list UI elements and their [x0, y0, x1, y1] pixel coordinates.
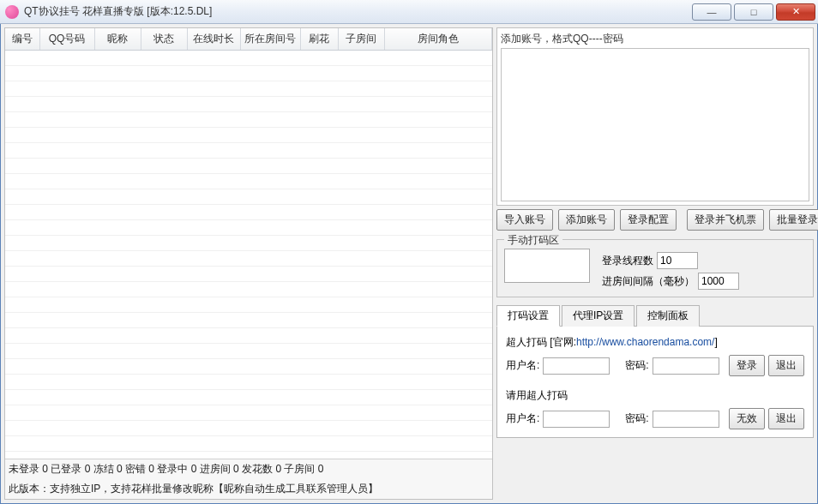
version-note: 此版本：支持独立IP，支持花样批量修改昵称【昵称自动生成工具联系管理人员】	[5, 479, 492, 499]
tab-body: 超人打码 [官网:http://www.chaorendama.com/] 用户…	[496, 327, 814, 438]
table-row[interactable]	[5, 159, 492, 174]
table-row[interactable]	[5, 220, 492, 236]
table-row[interactable]	[5, 128, 492, 143]
status-bar: 未登录 0 已登录 0 冻结 0 密错 0 登录中 0 进房间 0 发花数 0 …	[5, 459, 492, 479]
client-area: 编号 QQ号码 昵称 状态 在线时长 所在房间号 刷花 子房间 房间角色 未登录…	[0, 24, 818, 504]
table-row[interactable]	[5, 282, 492, 297]
col-room[interactable]: 所在房间号	[240, 28, 300, 51]
maximize-button[interactable]: □	[734, 3, 773, 21]
action-button-row: 导入账号 添加账号 登录配置 登录并飞机票 批量登录	[496, 209, 814, 231]
login-fly-ticket-button[interactable]: 登录并飞机票	[687, 209, 764, 231]
close-button[interactable]: ✕	[776, 3, 815, 21]
chaoren-title: 超人打码 [官网:http://www.chaorendama.com/]	[506, 335, 804, 350]
table-row[interactable]	[5, 375, 492, 390]
table-row[interactable]	[5, 236, 492, 251]
col-id[interactable]: 编号	[5, 28, 39, 51]
batch-login-button[interactable]: 批量登录	[769, 209, 818, 231]
add-account-label: 添加账号，格式QQ----密码	[501, 32, 809, 46]
chaoren2-invalid-button[interactable]: 无效	[729, 408, 765, 429]
captcha-image[interactable]	[504, 249, 590, 283]
window-title: QT协议挂号 花样直播专版 [版本:12.5.DL]	[24, 4, 212, 19]
table-row[interactable]	[5, 143, 492, 159]
add-account-area: 添加账号，格式QQ----密码	[496, 27, 814, 206]
manual-captcha-legend: 手动打码区	[504, 233, 562, 248]
chaoren-logout-button[interactable]: 退出	[768, 355, 804, 376]
col-status[interactable]: 状态	[141, 28, 187, 51]
table-row[interactable]	[5, 97, 492, 112]
table-row[interactable]	[5, 66, 492, 81]
chaoren-login-button[interactable]: 登录	[729, 355, 765, 376]
table-row[interactable]	[5, 81, 492, 97]
right-panel: 添加账号，格式QQ----密码 导入账号 添加账号 登录配置 登录并飞机票 批量…	[496, 27, 814, 500]
col-flower[interactable]: 刷花	[300, 28, 338, 51]
table-row[interactable]	[5, 174, 492, 189]
chaoren-url[interactable]: http://www.chaorendama.com/	[576, 336, 714, 348]
chaoren2-user-input[interactable]	[543, 411, 610, 428]
table-row[interactable]	[5, 205, 492, 220]
threads-label: 登录线程数	[602, 254, 653, 268]
account-table[interactable]: 编号 QQ号码 昵称 状态 在线时长 所在房间号 刷花 子房间 房间角色	[5, 28, 492, 459]
table-row[interactable]	[5, 328, 492, 344]
minimize-button[interactable]: —	[692, 3, 731, 21]
table-row[interactable]	[5, 297, 492, 313]
table-row[interactable]	[5, 112, 492, 128]
app-icon	[5, 5, 19, 19]
threads-input[interactable]	[657, 252, 698, 269]
interval-label: 进房间间隔（毫秒）	[602, 274, 695, 289]
chaoren2-user-label: 用户名:	[506, 411, 539, 426]
chaoren2-pass-input[interactable]	[653, 411, 719, 428]
table-row[interactable]	[5, 436, 492, 452]
table-row[interactable]	[5, 267, 492, 282]
title-bar: QT协议挂号 花样直播专版 [版本:12.5.DL] — □ ✕	[0, 0, 818, 24]
left-panel: 编号 QQ号码 昵称 状态 在线时长 所在房间号 刷花 子房间 房间角色 未登录…	[4, 27, 493, 500]
tab-proxy-settings[interactable]: 代理IP设置	[562, 305, 635, 327]
chaoren2-pass-label: 密码:	[625, 411, 648, 426]
table-row[interactable]	[5, 359, 492, 375]
chaoren2-logout-button[interactable]: 退出	[768, 408, 804, 429]
window-controls: — □ ✕	[692, 3, 818, 21]
interval-input[interactable]	[698, 273, 739, 290]
tab-captcha-settings[interactable]: 打码设置	[496, 305, 560, 327]
col-online[interactable]: 在线时长	[187, 28, 240, 51]
tab-control-panel[interactable]: 控制面板	[636, 305, 700, 327]
settings-tabs: 打码设置 代理IP设置 控制面板 超人打码 [官网:http://www.cha…	[496, 304, 814, 438]
table-row[interactable]	[5, 51, 492, 66]
table-row[interactable]	[5, 452, 492, 459]
login-config-button[interactable]: 登录配置	[620, 209, 677, 231]
add-account-button[interactable]: 添加账号	[558, 209, 615, 231]
col-subroom[interactable]: 子房间	[338, 28, 384, 51]
manual-captcha-area: 手动打码区 登录线程数 进房间间隔（毫秒）	[496, 239, 814, 297]
table-row[interactable]	[5, 313, 492, 328]
import-accounts-button[interactable]: 导入账号	[496, 209, 553, 231]
table-row[interactable]	[5, 251, 492, 267]
chaoren-pass-input[interactable]	[653, 357, 719, 375]
table-row[interactable]	[5, 405, 492, 421]
table-row[interactable]	[5, 421, 492, 436]
col-nick[interactable]: 昵称	[94, 28, 141, 51]
chaoren-user-label: 用户名:	[506, 358, 539, 373]
chaoren-pass-label: 密码:	[625, 358, 648, 373]
chaoren2-title: 请用超人打码	[506, 388, 804, 403]
col-qq[interactable]: QQ号码	[39, 28, 94, 51]
add-account-input[interactable]	[501, 48, 809, 201]
chaoren-user-input[interactable]	[543, 357, 610, 375]
table-row[interactable]	[5, 390, 492, 405]
table-row[interactable]	[5, 344, 492, 359]
table-row[interactable]	[5, 189, 492, 205]
col-role[interactable]: 房间角色	[384, 28, 492, 51]
